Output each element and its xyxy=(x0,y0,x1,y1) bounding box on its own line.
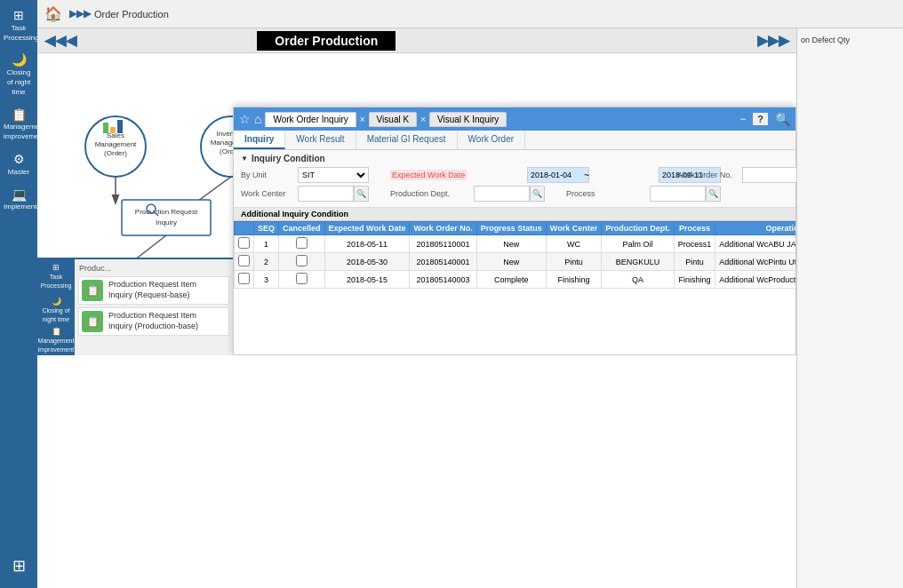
home-icon: 🏠 xyxy=(44,5,62,22)
nav-arrows-right[interactable]: ▶▶▶ xyxy=(757,32,789,49)
tab-material-gi[interactable]: Material GI Request xyxy=(356,131,458,149)
main-content: 🏠 ▶▶▶ Order Production ◀◀◀ Order Product… xyxy=(37,0,903,588)
work-order-no-input[interactable] xyxy=(742,167,796,183)
nav-arrows-left[interactable]: ◀◀◀ xyxy=(44,32,76,49)
sidebar-item-closing[interactable]: 🌙 Closing of night time xyxy=(2,48,36,100)
list-item-1-icon: 📋 xyxy=(82,280,103,301)
table-row[interactable]: 3 2018-05-15 201805140003 Complete Finis… xyxy=(235,271,796,289)
row3-op-type: Additional WcProduct 1 xyxy=(715,271,795,289)
production-dept-input[interactable] xyxy=(474,186,530,202)
sidebar-bottom: ⊞ xyxy=(2,552,36,588)
col-expected-date: Expected Work Date xyxy=(324,222,410,235)
dash-icon[interactable]: − xyxy=(739,113,746,125)
row1-date: 2018-05-11 xyxy=(324,235,410,253)
row1-cancelled[interactable] xyxy=(296,237,308,249)
star-icon[interactable]: ☆ xyxy=(239,112,251,126)
table-row[interactable]: 1 2018-05-11 201805110001 New WC Palm Oi… xyxy=(235,235,796,253)
tab-work-result[interactable]: Work Result xyxy=(285,131,356,149)
row2-checkbox[interactable] xyxy=(238,255,250,266)
list-item-2-icon: 📋 xyxy=(82,311,103,332)
row3-wo-no: 201805140003 xyxy=(410,271,476,289)
bottom-list-panel: ⊞Task Processing 🌙Closing of night time … xyxy=(37,258,233,355)
tab-inquiry[interactable]: Inquiry xyxy=(234,131,285,149)
breadcrumb-label: Order Production xyxy=(94,9,169,20)
tab-work-order[interactable]: Work Order xyxy=(458,131,526,149)
row2-cancelled[interactable] xyxy=(296,255,308,266)
overlay-header: ☆ ⌂ Work Order Inquiry × Visual K × xyxy=(234,107,795,131)
mini-closing-icon[interactable]: 🌙Closing of night time xyxy=(39,297,73,323)
row2-date: 2018-05-30 xyxy=(324,253,410,271)
row2-progress: New xyxy=(476,253,546,271)
expected-date-label: Expected Work Date xyxy=(390,170,467,180)
breadcrumb: ▶▶▶ Order Production xyxy=(69,8,169,20)
process-search-btn[interactable]: 🔍 xyxy=(706,186,721,202)
tab-separator2: × xyxy=(420,115,426,124)
by-unit-select[interactable]: SIT xyxy=(298,167,369,183)
production-dept-label: Production Dept. xyxy=(390,189,470,198)
breadcrumb-arrows: ▶▶▶ xyxy=(69,8,91,20)
col-checkbox xyxy=(235,222,254,235)
row3-progress: Complete xyxy=(476,271,546,289)
sidebar-item-grid[interactable]: ⊞ xyxy=(2,552,36,581)
list-item-1[interactable]: 📋 Production Request ItemInquiry (Reques… xyxy=(78,276,229,305)
work-order-no-label: Work Order No. xyxy=(676,171,739,179)
workflow-panel: ◀◀◀ Order Production ▶▶▶ Sales Managemen… xyxy=(37,28,796,588)
svg-text:Production Request: Production Request xyxy=(135,208,198,216)
overlay-tab-visual-k-inquiry[interactable]: Visual K Inquiry xyxy=(429,112,507,127)
overlay-tab-visual-k[interactable]: Visual K xyxy=(369,112,418,127)
sidebar-item-master[interactable]: ⚙ Master xyxy=(2,147,36,181)
additional-condition-bar[interactable]: Additional Inquiry Condition xyxy=(234,208,795,221)
col-work-order-no: Work Order No. xyxy=(410,222,476,235)
row2-op-type: Additional WcPintu Utama BFP- 50I508PU xyxy=(715,253,795,271)
overlay-tab-work-order-inquiry[interactable]: Work Order Inquiry xyxy=(265,112,356,127)
row1-dept: Palm Oil xyxy=(602,235,675,253)
svg-text:(Order): (Order) xyxy=(104,149,127,157)
row3-checkbox[interactable] xyxy=(238,273,250,284)
list-item-2[interactable]: 📋 Production Request ItemInquiry (Produc… xyxy=(78,307,229,336)
row1-wc: WC xyxy=(546,235,601,253)
col-seq: SEQ xyxy=(254,222,279,235)
process-input[interactable] xyxy=(650,186,706,202)
row3-process: Finishing xyxy=(674,271,715,289)
row3-cancelled[interactable] xyxy=(296,273,308,284)
mini-sidebar: ⊞Task Processing 🌙Closing of night time … xyxy=(37,259,75,355)
overlay-home-icon[interactable]: ⌂ xyxy=(254,112,261,126)
workflow-header: ◀◀◀ Order Production ▶▶▶ xyxy=(37,28,796,53)
svg-text:Inquiry: Inquiry xyxy=(156,219,177,226)
row1-process: Process1 xyxy=(674,235,715,253)
svg-text:Management: Management xyxy=(95,140,137,148)
search-icon[interactable]: 🔍 xyxy=(775,112,790,126)
sidebar-item-task-processing[interactable]: ⊞ Task Processing xyxy=(2,4,36,46)
work-center-search-btn[interactable]: 🔍 xyxy=(354,186,369,202)
sidebar-item-management[interactable]: 📋 Management improvement xyxy=(2,103,36,146)
mini-task-icon[interactable]: ⊞Task Processing xyxy=(39,263,73,290)
row3-dept: QA xyxy=(602,271,675,289)
work-center-label: Work Center xyxy=(241,189,294,198)
mini-management-icon[interactable]: 📋Management improvement xyxy=(38,327,75,354)
list-item-1-text: Production Request ItemInquiry (Request-… xyxy=(108,280,196,300)
tab-separator: × xyxy=(360,115,365,124)
date-from-input[interactable] xyxy=(527,167,589,183)
svg-rect-4 xyxy=(103,123,108,133)
production-dept-search-btn[interactable]: 🔍 xyxy=(530,186,545,202)
work-orders-table: SEQ Cancelled Expected Work Date Work Or… xyxy=(234,221,795,289)
row2-wo-no: 201805140001 xyxy=(410,253,476,271)
row2-seq: 2 xyxy=(254,253,279,271)
table-row[interactable]: 2 2018-05-30 201805140001 New Pintu BENG… xyxy=(235,253,796,271)
task-icon: ⊞ xyxy=(4,8,34,23)
row1-wo-no: 201805110001 xyxy=(410,235,476,253)
list-item-2-text: Production Request ItemInquiry (Producti… xyxy=(108,311,198,331)
row2-wc: Pintu xyxy=(546,253,601,271)
workflow-diagram: Sales Management (Order) Inventory Manag… xyxy=(37,53,796,355)
sidebar-item-implementation[interactable]: 💻 Implementation xyxy=(2,183,36,217)
row1-checkbox[interactable] xyxy=(238,237,250,249)
sidebar-label-master: Master xyxy=(8,168,29,176)
form-section: Inquiry Condition By Unit SIT Expected W… xyxy=(234,150,795,208)
col-cancelled: Cancelled xyxy=(279,222,325,235)
sidebar-label-closing: Closing of night time xyxy=(7,68,31,96)
sidebar-label-task: Task Processing xyxy=(4,24,39,42)
work-center-input[interactable] xyxy=(298,186,354,202)
row1-progress: New xyxy=(476,235,546,253)
help-button[interactable]: ? xyxy=(753,113,768,125)
sidebar: ⊞ Task Processing 🌙 Closing of night tim… xyxy=(0,0,37,588)
